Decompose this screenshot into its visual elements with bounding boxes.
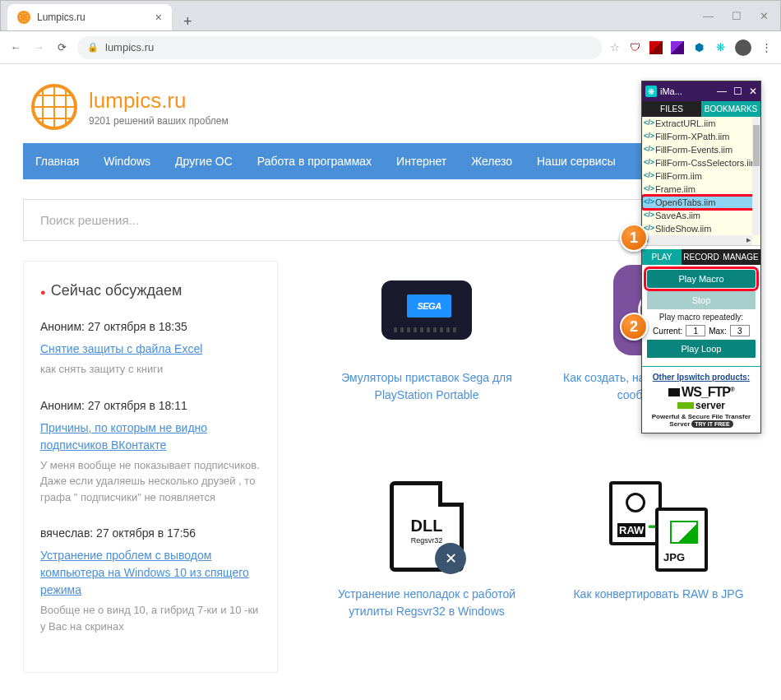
stop-button: Stop [647,291,756,309]
current-label: Current: [653,327,682,336]
im-close-icon[interactable]: ✕ [749,86,757,97]
raw-jpg-icon: RAW ➜ JPG [559,477,758,576]
imacros-app-icon: ❋ [645,86,657,97]
logo-icon[interactable] [31,84,77,130]
tab-files[interactable]: FILES [642,101,701,117]
nav-item[interactable]: Работа в программах [245,143,384,179]
play-macro-button[interactable]: Play Macro [647,270,756,288]
menu-icon[interactable]: ⋮ [760,41,773,54]
sidebar-title: ●Сейчас обсуждаем [40,280,261,302]
file-item[interactable]: FillForm.iim [642,169,760,183]
article-card: RAW ➜ JPG Как конвертировать RAW в JPG [559,477,758,674]
imacros-panel: ❋ iMa... — ☐ ✕ FILES BOOKMARKS ExtractUR… [641,81,761,433]
article-card: DLLRegsvr32✕ Устранение неполадок с рабо… [327,477,526,674]
lock-icon: 🔒 [87,42,99,53]
back-icon[interactable]: ← [8,41,23,53]
site-title: lumpics.ru [89,88,229,114]
file-item[interactable]: Frame.iim [642,183,760,196]
nav-item[interactable]: Windows [91,143,163,179]
close-icon[interactable]: ✕ [760,10,769,22]
nav-item[interactable]: Интернет [384,143,459,179]
comment-link[interactable]: Устранение проблем с выводом компьютера … [40,549,249,596]
card-link[interactable]: Эмуляторы приставок Sega для PlayStation… [327,369,526,404]
loop-inputs: Current: Max: [647,325,756,336]
file-item[interactable]: SaveAs.iim [642,209,760,222]
ublock-icon[interactable]: 🛡 [628,41,641,54]
ext-owl-icon[interactable]: ⬢ [692,41,705,54]
nav-item[interactable]: Другие ОС [163,143,245,179]
ext-cube-red-icon[interactable] [649,41,663,54]
wsftp-ad[interactable]: WS_FTP® server Powerful & Secure File Tr… [645,385,757,428]
im-minimize-icon[interactable]: — [717,86,727,97]
nav-item[interactable]: Железо [459,143,525,179]
comment-body: как снять защиту с книги [40,361,261,378]
comment-meta: Аноним: 27 октября в 18:35 [40,318,261,336]
comment-meta: Аноним: 27 октября в 18:11 [40,397,261,415]
site-subtitle: 9201 решений ваших проблем [89,115,229,127]
nav-item[interactable]: Наши сервисы [525,143,628,179]
callout-1: 1 [620,224,648,252]
address-bar: ← → ⟳ 🔒 lumpics.ru ☆ 🛡 ⬢ ❋ ⋮ [0,31,781,64]
file-item[interactable]: SlideShow.iim [642,222,760,235]
url-text: lumpics.ru [105,41,154,53]
comment-item: Аноним: 27 октября в 18:35 Снятие защиты… [40,318,261,378]
new-tab-button[interactable]: + [172,13,204,30]
maximize-icon[interactable]: ☐ [732,10,742,22]
card-link[interactable]: Устранение неполадок с работой утилиты R… [327,586,526,620]
extensions: 🛡 ⬢ ❋ ⋮ [628,39,773,56]
repeat-label: Play macro repeatedly: [647,313,756,322]
callout-2: 2 [620,313,648,341]
browser-tab[interactable]: Lumpics.ru × [7,4,172,30]
tab-record[interactable]: RECORD [682,249,721,265]
sega-icon [327,261,526,359]
tab-title: Lumpics.ru [37,12,85,23]
ext-cube-icon[interactable] [671,41,684,54]
red-dot-icon: ● [40,287,46,297]
imacros-ext-icon[interactable]: ❋ [714,41,727,54]
file-item[interactable]: FillForm-CssSelectors.iin [642,156,760,169]
scrollbar-horizontal[interactable] [642,235,752,245]
scrollbar-vertical[interactable] [752,117,760,235]
comment-item: вячеслав: 27 октября в 17:56 Устранение … [40,525,261,634]
forward-icon: → [31,41,46,53]
url-input[interactable]: 🔒 lumpics.ru [77,36,602,59]
profile-avatar-icon[interactable] [735,39,751,56]
search-placeholder: Поиск решения... [40,213,139,227]
star-icon[interactable]: ☆ [610,41,620,53]
nav-item[interactable]: Главная [23,143,91,179]
play-loop-button[interactable]: Play Loop [647,340,756,358]
tab-close-icon[interactable]: × [155,11,162,24]
im-file-list: ExtractURL.iim FillForm-XPath.iim FillFo… [642,117,760,246]
im-play-panel: Play Macro Stop Play macro repeatedly: C… [642,265,760,366]
card-link[interactable]: Как конвертировать RAW в JPG [559,586,758,603]
im-action-tabs: PLAY RECORD MANAGE [642,249,760,265]
file-item[interactable]: FillForm-XPath.iim [642,130,760,143]
tab-manage[interactable]: MANAGE [721,249,760,265]
window-controls: — ☐ ✕ [703,1,780,30]
article-card: Эмуляторы приставок Sega для PlayStation… [327,261,526,457]
im-top-tabs: FILES BOOKMARKS [642,101,760,117]
tab-bookmarks[interactable]: BOOKMARKS [701,101,760,117]
file-item[interactable]: ExtractURL.iim [642,117,760,130]
file-item[interactable]: FillForm-Events.iim [642,143,760,156]
favicon-icon [17,11,30,24]
current-input[interactable] [686,325,705,336]
imacros-titlebar[interactable]: ❋ iMa... — ☐ ✕ [642,81,760,101]
comment-link[interactable]: Снятие защиты с файла Excel [40,342,202,355]
tab-play[interactable]: PLAY [642,249,682,265]
im-footer: Other Ipswitch products: WS_FTP® server … [642,366,760,433]
sidebar-discussions: ●Сейчас обсуждаем Аноним: 27 октября в 1… [23,261,278,673]
im-maximize-icon[interactable]: ☐ [733,86,742,97]
comment-link[interactable]: Причины, по которым не видно подписчиков… [40,421,207,452]
comment-body: Вообще не о винд 10, а гибрид 7-ки и 10 … [40,602,261,634]
minimize-icon[interactable]: — [703,10,714,22]
browser-titlebar: Lumpics.ru × + — ☐ ✕ [0,0,781,31]
ipswitch-link[interactable]: Other Ipswitch products: [653,373,750,382]
comment-body: У меня вообще не показывает подписчиков.… [40,457,261,506]
file-item-selected[interactable]: Open6Tabs.iim [642,196,760,209]
max-label: Max: [709,327,727,336]
comment-item: Аноним: 27 октября в 18:11 Причины, по к… [40,397,261,506]
max-input[interactable] [730,325,750,336]
imacros-title: iMa... [660,86,682,96]
reload-icon[interactable]: ⟳ [54,41,69,53]
